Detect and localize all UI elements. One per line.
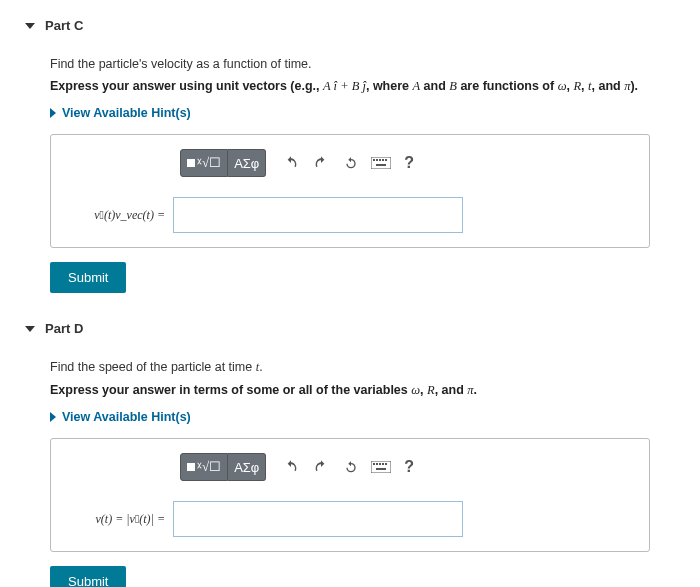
part-d-answer-box: ᵡ√☐ ΑΣφ ? v(t) = |v⃗(t)| = [50,438,650,552]
hints-label: View Available Hint(s) [62,106,191,120]
reset-icon [343,459,359,475]
svg-rect-0 [371,157,391,169]
part-d-var-label: v(t) = |v⃗(t)| = [65,512,165,527]
svg-rect-2 [376,159,378,161]
templates-button[interactable]: ᵡ√☐ [180,149,228,177]
radical-icon: ᵡ√☐ [197,155,221,171]
keyboard-icon [371,461,391,473]
part-c-submit-button[interactable]: Submit [50,262,126,293]
hints-label: View Available Hint(s) [62,410,191,424]
help-button[interactable]: ? [396,154,422,172]
svg-rect-9 [376,463,378,465]
svg-rect-11 [382,463,384,465]
caret-right-icon [50,108,56,118]
reset-button[interactable] [336,149,366,177]
redo-button[interactable] [306,453,336,481]
part-d-answer-input[interactable] [173,501,463,537]
undo-icon [283,155,299,171]
templates-button[interactable]: ᵡ√☐ [180,453,228,481]
part-d-instruction: Express your answer in terms of some or … [50,383,650,398]
equation-toolbar: ᵡ√☐ ΑΣφ ? [180,149,635,177]
svg-rect-7 [371,461,391,473]
symbols-button[interactable]: ΑΣφ [228,149,266,177]
symbols-button[interactable]: ΑΣφ [228,453,266,481]
svg-rect-5 [385,159,387,161]
square-icon [187,463,195,471]
part-d-input-row: v(t) = |v⃗(t)| = [65,501,635,537]
caret-down-icon [25,326,35,332]
part-c-prompt: Find the particle's velocity as a functi… [50,57,650,71]
part-c-header[interactable]: Part C [0,10,700,41]
help-button[interactable]: ? [396,458,422,476]
svg-rect-8 [373,463,375,465]
redo-icon [313,459,329,475]
part-d-header[interactable]: Part D [0,313,700,344]
part-c-title: Part C [45,18,83,33]
redo-icon [313,155,329,171]
radical-icon: ᵡ√☐ [197,459,221,475]
part-d-title: Part D [45,321,83,336]
reset-button[interactable] [336,453,366,481]
svg-rect-1 [373,159,375,161]
equation-toolbar: ᵡ√☐ ΑΣφ ? [180,453,635,481]
svg-rect-3 [379,159,381,161]
view-hints-link[interactable]: View Available Hint(s) [50,410,650,424]
part-d-submit-button[interactable]: Submit [50,566,126,587]
part-c-var-label: v⃗(t)v_vec(t) = [65,208,165,223]
part-c-body: Find the particle's velocity as a functi… [0,41,700,313]
undo-button[interactable] [276,149,306,177]
svg-rect-10 [379,463,381,465]
keyboard-button[interactable] [366,453,396,481]
caret-right-icon [50,412,56,422]
caret-down-icon [25,23,35,29]
square-icon [187,159,195,167]
redo-button[interactable] [306,149,336,177]
reset-icon [343,155,359,171]
part-c-answer-box: ᵡ√☐ ΑΣφ ? v⃗(t)v_vec(t) = [50,134,650,248]
part-c-answer-input[interactable] [173,197,463,233]
svg-rect-12 [385,463,387,465]
part-c-input-row: v⃗(t)v_vec(t) = [65,197,635,233]
svg-rect-6 [376,164,386,166]
svg-rect-4 [382,159,384,161]
view-hints-link[interactable]: View Available Hint(s) [50,106,650,120]
svg-rect-13 [376,468,386,470]
keyboard-button[interactable] [366,149,396,177]
undo-icon [283,459,299,475]
undo-button[interactable] [276,453,306,481]
part-d-body: Find the speed of the particle at time t… [0,344,700,587]
keyboard-icon [371,157,391,169]
part-c-instruction: Express your answer using unit vectors (… [50,79,650,94]
part-d-prompt: Find the speed of the particle at time t… [50,360,650,375]
